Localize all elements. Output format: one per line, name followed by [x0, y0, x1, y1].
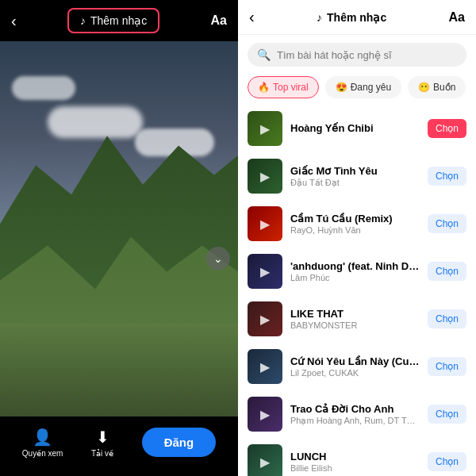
- right-panel-title: Thêm nhạc: [327, 11, 386, 24]
- filter-tab-dang-yeu[interactable]: 😍 Đang yêu: [325, 76, 401, 98]
- dang-yeu-label: Đang yêu: [351, 82, 391, 93]
- add-music-button-left[interactable]: ♪ Thêm nhạc: [67, 8, 159, 33]
- play-icon: ▶: [248, 254, 282, 289]
- song-thumbnail: ▶: [248, 349, 282, 384]
- play-icon: ▶: [248, 397, 282, 432]
- song-info: Cứ Nói Yêu Lần Này (Cukak R... Lil Zpoet…: [290, 355, 420, 378]
- song-title: 'anhduong' (feat. Ninh Dương...: [290, 260, 420, 272]
- song-item[interactable]: ▶ LIKE THAT BABYMONSTER Chọn: [238, 295, 476, 343]
- chon-button[interactable]: Chọn: [428, 405, 466, 424]
- song-thumbnail: ▶: [248, 206, 282, 241]
- song-info: Cầm Tú Cầu (Remix) RayO, Huỳnh Văn: [290, 213, 420, 235]
- mountain-background: [0, 41, 238, 476]
- left-back-icon[interactable]: ‹: [11, 12, 17, 30]
- song-info: Hoàng Yến Chibi: [290, 122, 420, 135]
- song-item[interactable]: ▶ Giấc Mơ Tình Yêu Đậu Tất Đạt Chọn: [238, 152, 476, 200]
- song-info: 'anhduong' (feat. Ninh Dương... Lâm Phúc: [290, 260, 420, 282]
- song-title: LUNCH: [290, 451, 420, 463]
- play-icon: ▶: [248, 349, 282, 384]
- chon-button[interactable]: Chọn: [428, 452, 466, 471]
- song-item[interactable]: ▶ Cứ Nói Yêu Lần Này (Cukak R... Lil Zpo…: [238, 343, 476, 390]
- song-artist: RayO, Huỳnh Văn: [290, 225, 420, 235]
- song-thumbnail: ▶: [248, 301, 282, 336]
- left-header: ‹ ♪ Thêm nhạc Aa: [0, 0, 238, 41]
- top-viral-label: Top viral: [273, 82, 309, 93]
- play-icon: ▶: [248, 159, 282, 194]
- chon-button[interactable]: Chọn: [428, 167, 466, 186]
- song-thumbnail: ▶: [248, 397, 282, 432]
- song-thumbnail: ▶: [248, 444, 282, 476]
- privacy-button[interactable]: 👤 Quyền xem: [22, 428, 63, 458]
- cloud-1: [48, 106, 143, 138]
- filter-tabs: 🔥 Top viral 😍 Đang yêu 😶 Buồn: [238, 73, 476, 105]
- chon-button[interactable]: Chọn: [428, 309, 466, 328]
- song-info: Giấc Mơ Tình Yêu Đậu Tất Đạt: [290, 165, 420, 188]
- song-info: LIKE THAT BABYMONSTER: [290, 308, 420, 330]
- left-panel: ‹ ♪ Thêm nhạc Aa 😊 ⊡ 👥: [0, 0, 238, 476]
- privacy-icon: 👤: [33, 428, 52, 447]
- song-artist: Phạm Hoàng Anh, Rum, DT Tập R...: [290, 416, 420, 426]
- song-artist: BABYMONSTER: [290, 321, 420, 330]
- right-aa-button[interactable]: Aa: [449, 10, 465, 25]
- music-note-icon-right: ♪: [317, 11, 322, 24]
- chon-button[interactable]: Chọn: [428, 357, 466, 376]
- search-container: 🔍: [238, 35, 476, 73]
- add-music-label: Thêm nhạc: [90, 14, 147, 27]
- top-viral-emoji: 🔥: [258, 82, 270, 93]
- song-item[interactable]: ▶ 'anhduong' (feat. Ninh Dương... Lâm Ph…: [238, 248, 476, 295]
- song-title: Cầm Tú Cầu (Remix): [290, 213, 420, 225]
- video-preview-area: ⌄: [0, 41, 238, 476]
- download-button[interactable]: ⬇ Tải về: [91, 428, 113, 458]
- dang-yeu-emoji: 😍: [336, 82, 347, 93]
- music-note-icon: ♪: [80, 14, 86, 27]
- search-input[interactable]: [277, 49, 457, 61]
- song-artist: Lil Zpoet, CUKAK: [290, 368, 420, 378]
- right-panel: ‹ ♪ Thêm nhạc Aa 🔍 🔥 Top viral 😍 Đang yê…: [238, 0, 476, 476]
- song-item[interactable]: ▶ Trao Cả Đời Cho Anh Phạm Hoàng Anh, Ru…: [238, 390, 476, 438]
- left-footer: 👤 Quyền xem ⬇ Tải về Đăng: [0, 416, 238, 476]
- play-icon: ▶: [248, 111, 282, 146]
- song-artist: Billie Eilish: [290, 463, 420, 473]
- right-title-area: ♪ Thêm nhạc: [317, 11, 386, 24]
- download-icon: ⬇: [96, 428, 109, 447]
- play-icon: ▶: [248, 301, 282, 336]
- play-icon: ▶: [248, 206, 282, 241]
- right-header: ‹ ♪ Thêm nhạc Aa: [238, 0, 476, 35]
- cloud-2: [12, 76, 75, 100]
- scroll-down-button[interactable]: ⌄: [206, 247, 230, 271]
- search-icon: 🔍: [257, 48, 271, 61]
- song-title: Giấc Mơ Tình Yêu: [290, 165, 420, 177]
- song-item[interactable]: ▶ Cầm Tú Cầu (Remix) RayO, Huỳnh Văn Chọ…: [238, 200, 476, 248]
- song-item[interactable]: ▶ LUNCH Billie Eilish Chọn: [238, 438, 476, 476]
- song-title: LIKE THAT: [290, 308, 420, 320]
- buon-label: Buồn: [433, 82, 455, 93]
- privacy-label: Quyền xem: [22, 449, 63, 458]
- song-artist: Đậu Tất Đạt: [290, 178, 420, 188]
- left-aa-button[interactable]: Aa: [211, 13, 227, 28]
- song-thumbnail: ▶: [248, 111, 282, 146]
- song-info: Trao Cả Đời Cho Anh Phạm Hoàng Anh, Rum,…: [290, 403, 420, 426]
- song-info: LUNCH Billie Eilish: [290, 451, 420, 473]
- post-button[interactable]: Đăng: [142, 428, 217, 457]
- song-title: Trao Cả Đời Cho Anh: [290, 403, 420, 415]
- right-back-icon[interactable]: ‹: [249, 8, 255, 26]
- download-label: Tải về: [91, 449, 113, 458]
- song-thumbnail: ▶: [248, 159, 282, 194]
- song-thumbnail: ▶: [248, 254, 282, 289]
- song-item[interactable]: ▶ Hoàng Yến Chibi Chọn: [238, 105, 476, 152]
- play-icon: ▶: [248, 444, 282, 476]
- song-artist: Lâm Phúc: [290, 273, 420, 282]
- song-list: ▶ Hoàng Yến Chibi Chọn ▶ Giấc Mơ Tình Yê…: [238, 105, 476, 476]
- filter-tab-buon[interactable]: 😶 Buồn: [408, 76, 466, 98]
- chon-button[interactable]: Chọn: [428, 214, 466, 233]
- song-title: Hoàng Yến Chibi: [290, 122, 420, 134]
- chon-button[interactable]: Chọn: [428, 119, 466, 138]
- chon-button[interactable]: Chọn: [428, 262, 466, 281]
- song-title: Cứ Nói Yêu Lần Này (Cukak R...: [290, 355, 420, 367]
- filter-tab-top-viral[interactable]: 🔥 Top viral: [248, 76, 319, 98]
- search-box: 🔍: [248, 43, 466, 67]
- buon-emoji: 😶: [418, 82, 430, 93]
